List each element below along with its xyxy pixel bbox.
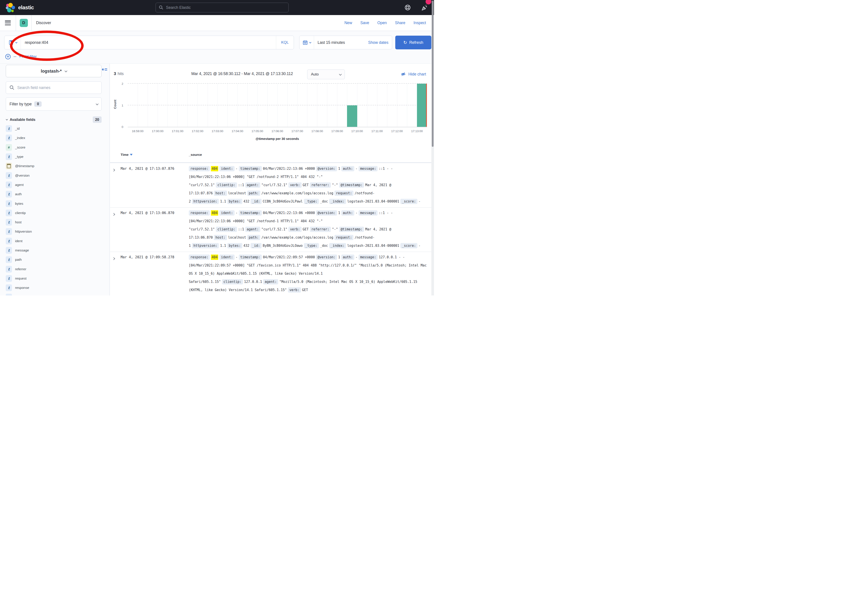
available-fields-header[interactable]: Available fields 20 [6,117,102,123]
field-name: _score [15,145,25,149]
field-item-host[interactable]: host [6,217,102,227]
open-button[interactable]: Open [377,21,387,25]
x-tick-label: 17:06:00 [272,130,283,133]
refresh-button[interactable]: ↻ Refresh [395,35,431,49]
field-name-pill: verb: [288,182,301,188]
hide-chart-button[interactable]: Hide chart [401,71,426,77]
field-name-pill: httpversion: [192,199,219,204]
field-item-auth[interactable]: auth [6,189,102,199]
share-button[interactable]: Share [395,21,406,25]
new-button[interactable]: New [344,21,352,25]
filter-by-type-select[interactable]: Filter by type 0 [6,98,102,111]
field-name-pill: response: [189,254,210,260]
field-name: _id [15,127,20,131]
field-item-agent[interactable]: agent [6,180,102,189]
field-name-pill: timestamp: [239,166,262,171]
text-field-type-icon [6,247,12,254]
field-name-pill: @version: [316,254,337,260]
field-name-pill: _type: [304,243,319,248]
page-scrollbar[interactable] [431,0,434,296]
field-name-pill: ident: [219,166,235,171]
document-time-cell: Mar 4, 2021 @ 17:13:07.876 [121,165,189,205]
x-tick-label: 17:02:00 [192,130,204,133]
query-bar: KQL [4,35,294,49]
chart-plot-area[interactable] [128,84,427,127]
inspect-button[interactable]: Inspect [413,21,426,25]
chevron-right-icon [112,168,115,171]
field-value: "curl/7.52.1" [261,228,287,231]
field-item-path[interactable]: path [6,255,102,264]
filter-icon[interactable] [5,53,11,60]
menu-hamburger-icon[interactable] [5,21,11,25]
histogram-bar-17:09:30[interactable] [347,105,357,127]
add-filter-button[interactable]: + Add filter [19,55,37,59]
field-value: /var/www/example.com/logs/access.log [261,191,333,195]
global-search-input[interactable] [166,5,285,10]
horizontal-gridline [128,83,427,84]
histogram-chart[interactable]: Count 012 16:59:0017:00:0017:01:0017:02:… [110,80,431,145]
save-button[interactable]: Save [360,21,369,25]
histogram-bar-17:13:00[interactable] [417,84,427,127]
field-item-message[interactable]: message [6,246,102,255]
field-item-bytes[interactable]: bytes [6,199,102,208]
saved-query-icon [9,40,14,45]
expand-row-button[interactable] [110,253,121,294]
x-tick-label: 17:12:00 [391,130,403,133]
histogram-interval-select[interactable]: Auto [307,69,345,79]
expand-row-button[interactable] [110,209,121,250]
chevron-right-icon [112,213,115,216]
document-time-cell: Mar 4, 2021 @ 17:09:58.278 [121,253,189,294]
field-value: 04/Mar/2021:22:09:57 +0000 [263,255,315,259]
discover-app-badge[interactable]: D [20,19,28,27]
vertical-gridline [217,84,218,127]
time-range-picker: Last 15 minutes Show dates [299,35,392,49]
field-item-clientip[interactable]: clientip [6,208,102,217]
field-item-timestamp[interactable]: timestamp [6,293,102,296]
field-name: _index [15,136,25,140]
collapse-sidebar-icon[interactable] [101,67,108,74]
global-search-bar[interactable] [156,3,289,12]
field-search-input[interactable] [17,86,98,90]
query-language-kql-button[interactable]: KQL [276,36,294,49]
date-quick-select-button[interactable] [300,36,314,49]
index-pattern-select[interactable]: logstash-* [6,65,102,77]
field-item-referrer[interactable]: referrer [6,264,102,273]
field-value: 432 [244,244,249,248]
field-value: _doc [320,199,328,204]
field-name: message [15,248,29,252]
field-search-box[interactable] [6,81,102,94]
x-tick-label: 17:08:00 [311,130,323,133]
field-value: 432 [244,199,249,204]
field-item-response[interactable]: response [6,283,102,293]
field-name-pill: ident: [219,210,235,216]
field-item-@version[interactable]: @version [6,171,102,180]
query-input[interactable] [21,40,276,45]
field-item-_id[interactable]: _id [6,124,102,133]
saved-query-menu-button[interactable] [4,36,21,49]
field-name-pill: @timestamp: [339,227,364,232]
field-item-httpversion[interactable]: httpversion [6,227,102,236]
vertical-gridline [227,84,228,127]
newsfeed-party-popper-icon[interactable] [421,4,428,11]
field-value: - [419,244,421,248]
field-item-_score[interactable]: _score [6,143,102,152]
field-item-_index[interactable]: _index [6,133,102,143]
text-field-type-icon [6,154,12,160]
help-lifebuoy-icon[interactable] [404,4,411,11]
chevron-down-icon [309,41,311,43]
time-column-header[interactable]: Time [121,153,133,157]
show-dates-link[interactable]: Show dates [368,40,392,45]
y-tick-label: 0 [121,125,123,129]
time-range-value[interactable]: Last 15 minutes [314,40,368,45]
field-name-pill: host: [214,235,227,240]
field-name: request [15,276,27,281]
x-tick-label: 17:00:00 [152,130,164,133]
scrollbar-thumb[interactable] [432,1,434,147]
field-item-request[interactable]: request [6,274,102,283]
expand-row-button[interactable] [110,165,121,205]
field-item-@timestamp[interactable]: @timestamp [6,161,102,171]
field-item-ident[interactable]: ident [6,236,102,246]
field-value: - [356,167,357,171]
field-item-_type[interactable]: _type [6,152,102,161]
vertical-gridline [277,84,278,127]
